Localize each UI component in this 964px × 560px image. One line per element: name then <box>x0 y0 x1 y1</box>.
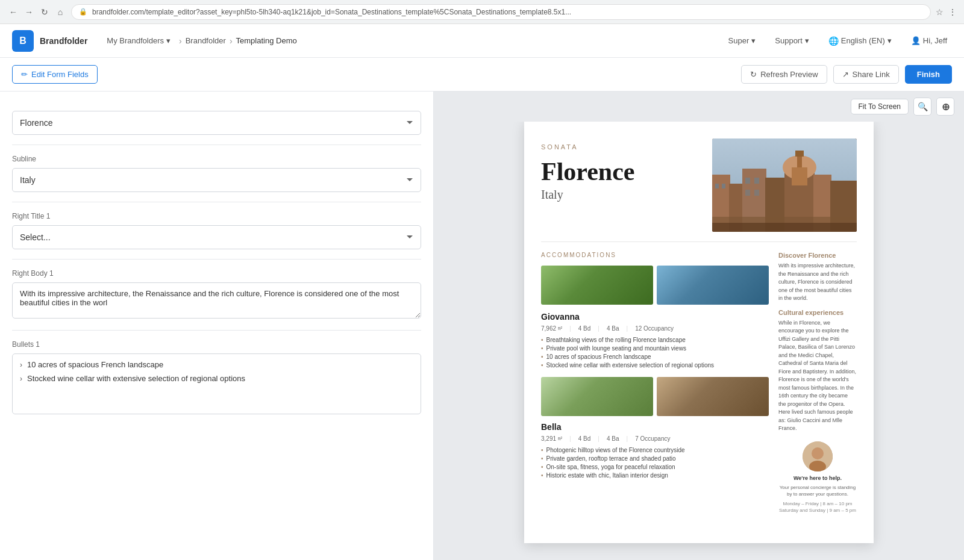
bullet-arrow-1: › <box>20 361 22 369</box>
template-left-header: SONATA Florence Italy <box>541 138 700 232</box>
acc-img-1 <box>541 266 653 305</box>
acc-2-sqft: 3,291 ft² <box>541 435 562 442</box>
acc-2-occupancy: 7 Occupancy <box>635 435 670 442</box>
share-label: Share Link <box>853 70 890 79</box>
support-dropdown[interactable]: Support ▾ <box>770 34 814 48</box>
svg-rect-10 <box>797 155 802 167</box>
toolbar-right: ↻ Refresh Preview ↗ Share Link Finish <box>741 65 952 84</box>
svg-rect-19 <box>712 223 857 232</box>
svg-rect-13 <box>722 184 725 188</box>
brandfolder-link[interactable]: Brandfolder <box>186 36 226 45</box>
search-preview-icon: 🔍 <box>918 102 928 111</box>
accommodations-section: Accommodations Giovanna 7,962 ft² <box>541 242 769 479</box>
acc-1-bullet-1: Breathtaking views of the rolling Floren… <box>541 337 769 343</box>
share-icon: ↗ <box>842 70 849 79</box>
address-bar[interactable]: 🔒 brandfolder.com/template_editor?asset_… <box>71 4 931 20</box>
acc-1-sqft: 7,962 ft² <box>541 325 562 332</box>
accommodation-1-bullets: Breathtaking views of the rolling Floren… <box>541 337 769 369</box>
subline-select[interactable]: Italy France Spain <box>12 168 421 192</box>
my-brandfolders-dropdown[interactable]: My Brandfolders ▾ <box>102 34 175 48</box>
accommodation-2-stats: 3,291 ft² | 4 Bd | 4 Ba | 7 Occupancy <box>541 435 769 442</box>
brand-name: Brandfolder <box>40 36 87 46</box>
acc-2-bd: 4 Bd <box>578 435 591 442</box>
destination-section: Florence Rome Venice Milan <box>12 101 421 145</box>
zoom-in-button[interactable]: ⊕ <box>936 98 954 116</box>
acc-1-occupancy: 12 Occupancy <box>635 325 674 332</box>
refresh-icon: ↻ <box>750 70 757 79</box>
concierge-text: Your personal concierge is standing by t… <box>778 484 857 497</box>
bullet-item-2: › Stocked wine cellar with extensive sel… <box>20 374 413 383</box>
menu-button[interactable]: ⋮ <box>948 7 957 17</box>
share-link-button[interactable]: ↗ Share Link <box>833 65 899 84</box>
right-body-1-textarea[interactable]: With its impressive architecture, the Re… <box>12 282 421 319</box>
svg-rect-11 <box>795 151 804 157</box>
refresh-button[interactable]: ↻ <box>39 6 51 18</box>
bullets-textarea[interactable] <box>20 388 413 406</box>
acc-img-4 <box>657 377 769 416</box>
template-country: Italy <box>541 188 700 202</box>
brand-icon: B <box>12 30 34 52</box>
svg-rect-15 <box>754 178 759 184</box>
nav-right: Super ▾ Support ▾ 🌐 English (EN) ▾ 👤 Hi,… <box>724 34 952 48</box>
svg-rect-14 <box>745 178 750 184</box>
forward-button[interactable]: → <box>23 6 35 18</box>
right-body-1-section: Right Body 1 With its impressive archite… <box>12 260 421 331</box>
preview-toolbar: Fit To Screen 🔍 ⊕ <box>434 92 964 122</box>
my-brandfolders-label: My Brandfolders <box>107 36 164 45</box>
breadcrumb-separator-2: › <box>230 36 233 46</box>
acc-2-bullet-3: On-site spa, fitness, yoga for peaceful … <box>541 464 769 470</box>
svg-rect-17 <box>754 190 759 196</box>
svg-rect-16 <box>745 190 750 196</box>
edit-form-button[interactable]: ✏ Edit Form Fields <box>12 65 98 84</box>
support-label: Support <box>775 36 803 45</box>
user-dropdown[interactable]: 👤 Hi, Jeff <box>906 34 952 48</box>
finish-label: Finish <box>917 70 940 79</box>
acc-2-ba: 4 Ba <box>607 435 619 442</box>
accommodation-2: Bella 3,291 ft² | 4 Bd | 4 Ba <box>541 377 769 479</box>
accommodation-2-name: Bella <box>541 422 769 432</box>
dropdown-chevron-icon: ▾ <box>166 36 171 45</box>
cultural-title: Cultural experiences <box>778 309 857 316</box>
finish-button[interactable]: Finish <box>905 65 952 84</box>
bullets-1-label: Bullets 1 <box>12 340 421 349</box>
right-title-1-section: Right Title 1 Select... <box>12 202 421 260</box>
fit-screen-label: Fit To Screen <box>859 102 901 111</box>
back-button[interactable]: ← <box>7 6 19 18</box>
template-city: Florence <box>541 158 700 185</box>
bullet-text-2: Stocked wine cellar with extensive selec… <box>27 374 245 383</box>
right-title-1-label: Right Title 1 <box>12 212 421 220</box>
home-button[interactable]: ⌂ <box>54 6 66 18</box>
concierge-hours: Monday – Friday | 8 am – 10 pm Saturday … <box>778 500 857 514</box>
super-chevron-icon: ▾ <box>751 36 756 45</box>
accommodation-1-images <box>541 266 769 305</box>
accommodation-2-bullets: Photogenic hilltop views of the Florence… <box>541 447 769 479</box>
acc-img-3 <box>541 377 653 416</box>
avatar-svg <box>803 441 833 471</box>
right-title-1-select[interactable]: Select... <box>12 225 421 249</box>
browser-chrome: ← → ↻ ⌂ 🔒 brandfolder.com/template_edito… <box>0 0 964 24</box>
right-body-1-label: Right Body 1 <box>12 269 421 278</box>
fit-screen-button[interactable]: Fit To Screen <box>851 99 909 114</box>
template-card: SONATA Florence Italy <box>524 122 874 543</box>
preview-container: SONATA Florence Italy <box>434 122 964 560</box>
refresh-preview-button[interactable]: ↻ Refresh Preview <box>741 65 827 84</box>
pencil-icon: ✏ <box>21 70 28 79</box>
concierge-section: We're here to help. Your personal concie… <box>778 441 857 514</box>
accommodation-1-stats: 7,962 ft² | 4 Bd | 4 Ba | 12 Occupancy <box>541 325 769 332</box>
template-brand: SONATA <box>541 143 700 151</box>
hero-svg <box>712 138 857 232</box>
language-dropdown[interactable]: 🌐 English (EN) ▾ <box>824 34 897 48</box>
template-header: SONATA Florence Italy <box>524 122 874 241</box>
bullets-1-section: Bullets 1 › 10 acres of spacious French … <box>12 331 421 424</box>
super-dropdown[interactable]: Super ▾ <box>724 34 761 48</box>
accommodations-title: Accommodations <box>541 252 769 258</box>
toolbar: ✏ Edit Form Fields ↻ Refresh Preview ↗ S… <box>0 58 964 92</box>
discover-title: Discover Florence <box>778 252 857 259</box>
subline-label: Subline <box>12 155 421 163</box>
destination-select[interactable]: Florence Rome Venice Milan <box>12 111 421 135</box>
star-button[interactable]: ☆ <box>936 7 944 17</box>
bullet-arrow-2: › <box>20 375 22 383</box>
brand-logo: B Brandfolder <box>12 30 87 52</box>
search-preview-button[interactable]: 🔍 <box>913 98 931 116</box>
acc-1-ba: 4 Ba <box>607 325 619 332</box>
